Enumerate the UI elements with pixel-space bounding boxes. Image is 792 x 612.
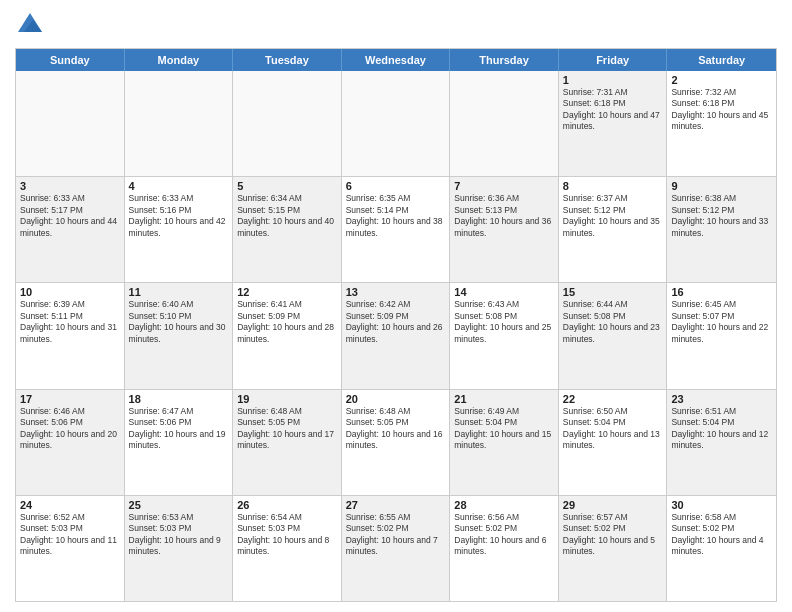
calendar-cell: 22Sunrise: 6:50 AM Sunset: 5:04 PM Dayli…: [559, 390, 668, 495]
header: [15, 10, 777, 40]
day-info: Sunrise: 6:42 AM Sunset: 5:09 PM Dayligh…: [346, 299, 446, 345]
day-number: 30: [671, 499, 772, 511]
calendar-cell: 8Sunrise: 6:37 AM Sunset: 5:12 PM Daylig…: [559, 177, 668, 282]
day-info: Sunrise: 6:55 AM Sunset: 5:02 PM Dayligh…: [346, 512, 446, 558]
weekday-header: Wednesday: [342, 49, 451, 71]
day-info: Sunrise: 7:32 AM Sunset: 6:18 PM Dayligh…: [671, 87, 772, 133]
day-info: Sunrise: 6:54 AM Sunset: 5:03 PM Dayligh…: [237, 512, 337, 558]
calendar-cell: [16, 71, 125, 176]
calendar-cell: 20Sunrise: 6:48 AM Sunset: 5:05 PM Dayli…: [342, 390, 451, 495]
calendar-header: SundayMondayTuesdayWednesdayThursdayFrid…: [16, 49, 776, 71]
day-number: 20: [346, 393, 446, 405]
day-info: Sunrise: 6:48 AM Sunset: 5:05 PM Dayligh…: [346, 406, 446, 452]
day-number: 27: [346, 499, 446, 511]
day-info: Sunrise: 6:51 AM Sunset: 5:04 PM Dayligh…: [671, 406, 772, 452]
day-info: Sunrise: 6:35 AM Sunset: 5:14 PM Dayligh…: [346, 193, 446, 239]
day-info: Sunrise: 6:34 AM Sunset: 5:15 PM Dayligh…: [237, 193, 337, 239]
day-number: 7: [454, 180, 554, 192]
day-info: Sunrise: 6:39 AM Sunset: 5:11 PM Dayligh…: [20, 299, 120, 345]
day-number: 28: [454, 499, 554, 511]
day-number: 29: [563, 499, 663, 511]
day-number: 14: [454, 286, 554, 298]
calendar-cell: 23Sunrise: 6:51 AM Sunset: 5:04 PM Dayli…: [667, 390, 776, 495]
day-info: Sunrise: 6:53 AM Sunset: 5:03 PM Dayligh…: [129, 512, 229, 558]
calendar-row: 1Sunrise: 7:31 AM Sunset: 6:18 PM Daylig…: [16, 71, 776, 176]
day-info: Sunrise: 6:57 AM Sunset: 5:02 PM Dayligh…: [563, 512, 663, 558]
day-info: Sunrise: 6:56 AM Sunset: 5:02 PM Dayligh…: [454, 512, 554, 558]
day-info: Sunrise: 7:31 AM Sunset: 6:18 PM Dayligh…: [563, 87, 663, 133]
calendar-cell: 13Sunrise: 6:42 AM Sunset: 5:09 PM Dayli…: [342, 283, 451, 388]
calendar-cell: 18Sunrise: 6:47 AM Sunset: 5:06 PM Dayli…: [125, 390, 234, 495]
calendar: SundayMondayTuesdayWednesdayThursdayFrid…: [15, 48, 777, 602]
day-info: Sunrise: 6:33 AM Sunset: 5:16 PM Dayligh…: [129, 193, 229, 239]
day-number: 17: [20, 393, 120, 405]
day-number: 4: [129, 180, 229, 192]
calendar-cell: [233, 71, 342, 176]
calendar-cell: 26Sunrise: 6:54 AM Sunset: 5:03 PM Dayli…: [233, 496, 342, 601]
day-info: Sunrise: 6:43 AM Sunset: 5:08 PM Dayligh…: [454, 299, 554, 345]
day-info: Sunrise: 6:52 AM Sunset: 5:03 PM Dayligh…: [20, 512, 120, 558]
day-number: 13: [346, 286, 446, 298]
day-info: Sunrise: 6:49 AM Sunset: 5:04 PM Dayligh…: [454, 406, 554, 452]
day-number: 2: [671, 74, 772, 86]
logo: [15, 10, 49, 40]
day-info: Sunrise: 6:47 AM Sunset: 5:06 PM Dayligh…: [129, 406, 229, 452]
calendar-cell: 2Sunrise: 7:32 AM Sunset: 6:18 PM Daylig…: [667, 71, 776, 176]
day-info: Sunrise: 6:33 AM Sunset: 5:17 PM Dayligh…: [20, 193, 120, 239]
calendar-cell: 28Sunrise: 6:56 AM Sunset: 5:02 PM Dayli…: [450, 496, 559, 601]
calendar-cell: 29Sunrise: 6:57 AM Sunset: 5:02 PM Dayli…: [559, 496, 668, 601]
day-number: 1: [563, 74, 663, 86]
day-number: 10: [20, 286, 120, 298]
day-number: 25: [129, 499, 229, 511]
day-number: 19: [237, 393, 337, 405]
day-number: 22: [563, 393, 663, 405]
weekday-header: Monday: [125, 49, 234, 71]
day-number: 11: [129, 286, 229, 298]
day-info: Sunrise: 6:45 AM Sunset: 5:07 PM Dayligh…: [671, 299, 772, 345]
day-number: 8: [563, 180, 663, 192]
day-info: Sunrise: 6:37 AM Sunset: 5:12 PM Dayligh…: [563, 193, 663, 239]
day-info: Sunrise: 6:40 AM Sunset: 5:10 PM Dayligh…: [129, 299, 229, 345]
logo-icon: [15, 10, 45, 40]
day-number: 6: [346, 180, 446, 192]
weekday-header: Saturday: [667, 49, 776, 71]
day-number: 24: [20, 499, 120, 511]
calendar-cell: [342, 71, 451, 176]
calendar-row: 24Sunrise: 6:52 AM Sunset: 5:03 PM Dayli…: [16, 495, 776, 601]
day-number: 18: [129, 393, 229, 405]
day-info: Sunrise: 6:44 AM Sunset: 5:08 PM Dayligh…: [563, 299, 663, 345]
calendar-cell: [125, 71, 234, 176]
calendar-cell: [450, 71, 559, 176]
calendar-cell: 12Sunrise: 6:41 AM Sunset: 5:09 PM Dayli…: [233, 283, 342, 388]
day-number: 12: [237, 286, 337, 298]
calendar-cell: 6Sunrise: 6:35 AM Sunset: 5:14 PM Daylig…: [342, 177, 451, 282]
weekday-header: Sunday: [16, 49, 125, 71]
weekday-header: Thursday: [450, 49, 559, 71]
page: SundayMondayTuesdayWednesdayThursdayFrid…: [0, 0, 792, 612]
calendar-cell: 17Sunrise: 6:46 AM Sunset: 5:06 PM Dayli…: [16, 390, 125, 495]
weekday-header: Friday: [559, 49, 668, 71]
calendar-body: 1Sunrise: 7:31 AM Sunset: 6:18 PM Daylig…: [16, 71, 776, 601]
calendar-cell: 1Sunrise: 7:31 AM Sunset: 6:18 PM Daylig…: [559, 71, 668, 176]
calendar-cell: 25Sunrise: 6:53 AM Sunset: 5:03 PM Dayli…: [125, 496, 234, 601]
day-info: Sunrise: 6:50 AM Sunset: 5:04 PM Dayligh…: [563, 406, 663, 452]
day-number: 5: [237, 180, 337, 192]
day-info: Sunrise: 6:36 AM Sunset: 5:13 PM Dayligh…: [454, 193, 554, 239]
day-number: 26: [237, 499, 337, 511]
day-number: 3: [20, 180, 120, 192]
calendar-cell: 27Sunrise: 6:55 AM Sunset: 5:02 PM Dayli…: [342, 496, 451, 601]
day-number: 21: [454, 393, 554, 405]
day-info: Sunrise: 6:48 AM Sunset: 5:05 PM Dayligh…: [237, 406, 337, 452]
calendar-cell: 4Sunrise: 6:33 AM Sunset: 5:16 PM Daylig…: [125, 177, 234, 282]
day-number: 9: [671, 180, 772, 192]
calendar-cell: 16Sunrise: 6:45 AM Sunset: 5:07 PM Dayli…: [667, 283, 776, 388]
day-info: Sunrise: 6:41 AM Sunset: 5:09 PM Dayligh…: [237, 299, 337, 345]
day-number: 23: [671, 393, 772, 405]
calendar-row: 10Sunrise: 6:39 AM Sunset: 5:11 PM Dayli…: [16, 282, 776, 388]
calendar-cell: 19Sunrise: 6:48 AM Sunset: 5:05 PM Dayli…: [233, 390, 342, 495]
day-info: Sunrise: 6:58 AM Sunset: 5:02 PM Dayligh…: [671, 512, 772, 558]
weekday-header: Tuesday: [233, 49, 342, 71]
calendar-cell: 3Sunrise: 6:33 AM Sunset: 5:17 PM Daylig…: [16, 177, 125, 282]
calendar-cell: 21Sunrise: 6:49 AM Sunset: 5:04 PM Dayli…: [450, 390, 559, 495]
calendar-cell: 14Sunrise: 6:43 AM Sunset: 5:08 PM Dayli…: [450, 283, 559, 388]
